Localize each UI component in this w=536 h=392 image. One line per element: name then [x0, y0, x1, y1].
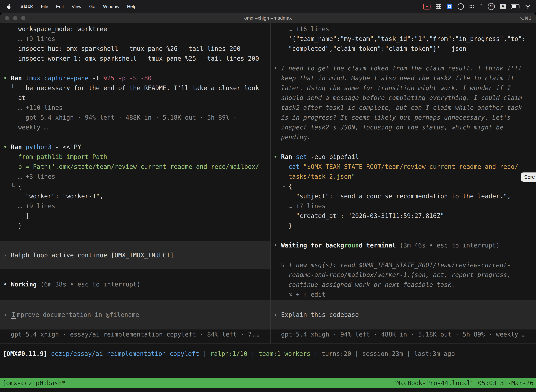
- terminal-line: … +9 lines: [0, 34, 270, 44]
- omx-statusline: [OMX#0.11.9] cczip/essay/ai-reimplementa…: [0, 349, 536, 359]
- text-segment: … +9 lines: [3, 202, 55, 210]
- text-segment: roun: [344, 242, 359, 249]
- text-segment: }: [274, 222, 292, 229]
- text-segment: continue assigned work or next feasible …: [274, 281, 455, 288]
- text-segment: at: [3, 94, 25, 101]
- text-segment: mprove documentation in @filename: [17, 311, 139, 318]
- terminal-line: … +110 lines: [0, 103, 270, 112]
- wifi-icon[interactable]: [525, 4, 531, 9]
- window-grid-icon[interactable]: [436, 4, 441, 9]
- terminal-line: "created_at": "2026-03-31T11:59:27.816Z": [271, 211, 536, 221]
- terminal-line: from pathlib import Path: [0, 152, 270, 162]
- text-segment: ⌥ + ↑ edit: [274, 291, 325, 298]
- text-segment: team:1 workers: [258, 350, 310, 357]
- text-segment: … +7 lines: [274, 202, 325, 210]
- screen-recording-icon[interactable]: [423, 4, 431, 9]
- round-app-icon[interactable]: [458, 3, 464, 10]
- text-segment: pending.: [274, 134, 311, 141]
- terminal-line: [271, 142, 536, 152]
- terminal-line: pending.: [271, 132, 536, 142]
- text-segment: -t: [92, 75, 103, 82]
- terminal-line: at: [0, 93, 270, 103]
- text-segment: Ralph loop active continue [OMX_TMUX_INJ…: [11, 252, 174, 259]
- text-segment: •: [274, 65, 281, 72]
- menu-file[interactable]: File: [37, 4, 52, 9]
- text-segment: tasks/task-2.json": [274, 173, 355, 180]
- text-segment: I need to get the claim token from the c…: [281, 65, 522, 72]
- text-segment: Waiting for backg: [281, 242, 344, 249]
- text-segment: later. Using the same for transition mig…: [274, 84, 511, 92]
- terminal-line: inspect_hud: omx sparkshell --tmux-pane …: [0, 44, 270, 54]
- pane-left[interactable]: workspace_mode: worktree … +9 lines insp…: [0, 23, 270, 343]
- text-segment: readme-and-reco/mailbox/worker-1.json, a…: [274, 271, 511, 278]
- window-shortcut: ⌥⌘1: [519, 13, 531, 23]
- text-segment: p = Path('.omx/state/team/review-current…: [3, 163, 259, 170]
- screenshot-tooltip: Scre: [521, 173, 536, 182]
- menu-bar: Slack FileEditViewGoWindowHelp 61 A: [0, 0, 536, 13]
- text-segment: ]: [3, 212, 29, 219]
- text-segment: ›: [3, 252, 11, 259]
- text-segment: keep that in mind. Maybe I also need the…: [274, 75, 515, 82]
- text-segment: - <<'PY': [55, 144, 85, 150]
- terminal-line: "worker": "worker-1",: [0, 191, 270, 201]
- terminal-line: ⌥ + ↑ edit: [271, 289, 536, 299]
- text-segment: •: [3, 144, 11, 150]
- tmux-session-label: [omx-cczip0:bash*: [2, 378, 65, 388]
- terminal-line: inspect task2's JSON, focusing on the st…: [271, 122, 536, 132]
- text-segment: └: [3, 84, 25, 92]
- terminal-line: ↳ 1 new msg(s): read $OMX_TEAM_STATE_ROO…: [271, 260, 536, 270]
- spacer: [0, 289, 270, 300]
- prompt-suggestion-strip[interactable]: › Ralph loop active continue [OMX_TMUX_I…: [0, 241, 270, 269]
- text-segment: ralph:1/10: [210, 350, 247, 357]
- terminal-line: continue assigned work or next feasible …: [271, 280, 536, 289]
- text-segment: Ran: [11, 144, 25, 150]
- menu-items: FileEditViewGoWindowHelp: [37, 4, 140, 9]
- text-segment: |: [199, 350, 210, 357]
- menu-view[interactable]: View: [68, 4, 85, 9]
- text-segment: •: [3, 75, 11, 82]
- text-segment: is in progress? It seems likely but perh…: [274, 114, 511, 121]
- terminal-line: '{"team_name":"my-team","task_id":"1","f…: [271, 34, 536, 44]
- text-segment: ↳: [274, 261, 288, 269]
- terminal-line: … +3 lines: [0, 172, 270, 182]
- text-segment: gpt-5.4 xhigh · essay/ai-reimplementatio…: [3, 331, 259, 338]
- terminal-line: }: [0, 221, 270, 231]
- blue-app-icon[interactable]: [447, 4, 452, 9]
- terminal-line: p = Path('.omx/state/team/review-current…: [0, 162, 270, 172]
- text-segment: {: [18, 183, 22, 190]
- menu-help[interactable]: Help: [123, 4, 140, 9]
- window-titlebar[interactable]: omx --xhigh --madmax ⌥⌘1: [0, 13, 536, 23]
- text-segment: '{"team_name":"my-team","task_id":"1","f…: [274, 35, 526, 42]
- terminal-line: workspace_mode: worktree: [0, 24, 270, 34]
- text-segment: set: [296, 153, 311, 160]
- input-source-icon[interactable]: A: [500, 4, 506, 9]
- key-icon[interactable]: [479, 4, 483, 9]
- app-menu-slack[interactable]: Slack: [16, 4, 37, 9]
- apple-menu-icon[interactable]: [0, 4, 16, 9]
- text-segment: Explain this codebase: [281, 311, 359, 318]
- terminal-line: "subject": "send a concise recommendatio…: [271, 191, 536, 201]
- suggestion-line: › Improve documentation in @filename: [0, 310, 270, 320]
- terminal-line: • I need to get the claim token from the…: [271, 63, 536, 73]
- terminal-line: tasks/task-2.json": [271, 172, 536, 182]
- battery-percent-icon[interactable]: 61: [488, 3, 495, 10]
- terminal-line: … +9 lines: [0, 201, 270, 211]
- text-segment: from pathlib import Path: [3, 153, 107, 160]
- pane-right[interactable]: … +16 lines '{"team_name":"my-team","tas…: [271, 23, 536, 343]
- terminal-line: gpt-5.4 xhigh · 94% left · 488K in · 5.1…: [0, 112, 270, 122]
- menu-edit[interactable]: Edit: [52, 4, 68, 9]
- text-segment: … +110 lines: [3, 104, 62, 111]
- text-segment: cczip/essay/ai-reimplementation-copyleft: [51, 350, 199, 357]
- terminal-line: • Ran tmux capture-pane -t %25 -p -S -80: [0, 73, 270, 83]
- text-segment: "completed","claim_token":"claim-token"}…: [274, 45, 466, 52]
- prompt-suggestion-strip[interactable]: › Improve documentation in @filename: [0, 300, 270, 330]
- text-segment: "worker": "worker-1",: [3, 193, 103, 200]
- dots-grid-icon[interactable]: [469, 5, 474, 9]
- text-segment: last:3m ago: [414, 350, 455, 357]
- menu-go[interactable]: Go: [85, 4, 99, 9]
- battery-icon[interactable]: [511, 4, 519, 9]
- terminal-line: task2 after task1 is complete, but can I…: [271, 103, 536, 112]
- prompt-suggestion-strip[interactable]: › Explain this codebase: [271, 300, 536, 330]
- terminal-line: "completed","claim_token":"claim-token"}…: [271, 44, 536, 54]
- menu-window[interactable]: Window: [99, 4, 123, 9]
